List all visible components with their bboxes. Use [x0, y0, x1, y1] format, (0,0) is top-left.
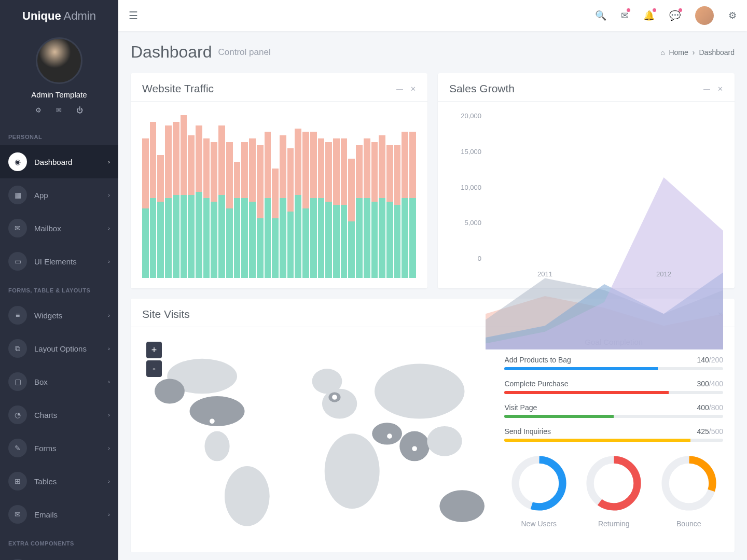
bar-column — [295, 112, 301, 278]
y-tick: 10,000 — [449, 184, 481, 191]
edit-icon: ✎ — [8, 439, 27, 457]
sidebar: Unique Admin Admin Template ⚙ ✉ ⏻ PERSON… — [0, 0, 118, 560]
svg-point-6 — [322, 389, 357, 419]
goal-value: 425/500 — [697, 427, 723, 436]
chevron-right-icon: › — [108, 379, 110, 385]
sidebar-item-layout-options[interactable]: ⧉Layout Options› — [0, 332, 118, 365]
sidebar-item-app[interactable]: ▦App› — [0, 178, 118, 212]
content: Website Traffic — ✕ Sales Growth — ✕ — [118, 73, 747, 552]
profile-name: Admin Template — [0, 90, 118, 99]
profile-icons: ⚙ ✉ ⏻ — [0, 106, 118, 114]
sales-growth-card: Sales Growth — ✕ 20,00015,00010,0005,000… — [438, 73, 735, 288]
power-icon[interactable]: ⏻ — [76, 106, 83, 114]
close-icon[interactable]: ✕ — [717, 85, 723, 93]
breadcrumb-current: Dashboard — [699, 48, 735, 57]
svg-point-16 — [386, 433, 393, 439]
sidebar-item-widgets[interactable]: ≡Widgets› — [0, 299, 118, 332]
svg-point-3 — [204, 431, 229, 461]
progress-bar — [504, 439, 723, 442]
sidebar-item-label: Dashboard — [34, 158, 72, 166]
progress-bar — [504, 367, 723, 370]
svg-point-13 — [439, 490, 485, 522]
x-tick: 2012 — [656, 270, 671, 278]
goal-label: Send Inquiries — [504, 427, 551, 436]
zoom-out-button[interactable]: - — [146, 360, 162, 377]
world-map[interactable]: + - — [142, 338, 492, 542]
donut: Returning — [579, 452, 648, 528]
sidebar-item-label: UI Elements — [34, 257, 77, 266]
sidebar-item-box[interactable]: ▢Box› — [0, 365, 118, 398]
square-icon: ▢ — [8, 372, 27, 391]
bar-column — [371, 112, 378, 278]
bar-column — [173, 112, 179, 278]
bar-column — [249, 112, 256, 278]
breadcrumb-home[interactable]: Home — [669, 48, 688, 57]
donut-label: New Users — [504, 520, 573, 528]
donut-label: Returning — [579, 520, 648, 528]
sidebar-item-label: Emails — [34, 510, 58, 519]
chevron-right-icon: › — [108, 478, 110, 484]
brand-light: Admin — [61, 9, 96, 22]
bar-column — [257, 112, 264, 278]
settings-icon[interactable]: ⚙ — [728, 10, 737, 21]
mail-icon[interactable]: ✉ — [56, 106, 62, 114]
bar-column — [287, 112, 294, 278]
page-header: Dashboard Control panel ⌂ Home › Dashboa… — [118, 31, 747, 73]
y-tick: 20,000 — [449, 112, 481, 120]
minimize-icon[interactable]: — — [703, 85, 710, 93]
topbar: ☰ 🔍 ✉ 🔔 💬 ⚙ — [118, 0, 747, 31]
y-tick: 5,000 — [449, 219, 481, 227]
card-title: Sales Growth — [449, 82, 515, 95]
avatar[interactable] — [36, 37, 82, 84]
brand[interactable]: Unique Admin — [0, 0, 118, 32]
goal-item: Complete Purchase300/400 — [504, 380, 723, 394]
breadcrumb: ⌂ Home › Dashboard — [660, 48, 735, 57]
bell-icon[interactable]: 🔔 — [643, 10, 655, 21]
area-chart: 20,00015,00010,0005,0000 20112012 — [449, 112, 723, 278]
minimize-icon[interactable]: — — [396, 85, 403, 93]
user-avatar[interactable] — [695, 6, 714, 25]
bar-column — [234, 112, 241, 278]
bar-column — [280, 112, 286, 278]
sidebar-item-mailbox[interactable]: ✉Mailbox› — [0, 212, 118, 245]
sidebar-item-ui-elements[interactable]: ▭UI Elements› — [0, 245, 118, 278]
sidebar-item-label: Charts — [34, 411, 57, 419]
hamburger-icon[interactable]: ☰ — [129, 9, 138, 22]
section-label: EXTRA COMPONENTS — [0, 531, 118, 552]
goal-item: Add Products to Bag140/200 — [504, 356, 723, 370]
bar-column — [302, 112, 309, 278]
sidebar-item-map[interactable]: ⬢Map› — [0, 552, 118, 560]
svg-point-9 — [372, 423, 402, 444]
goal-label: Visit Page — [504, 403, 537, 412]
progress-bar — [504, 391, 723, 394]
svg-point-10 — [375, 363, 464, 418]
y-tick: 15,000 — [449, 148, 481, 156]
search-icon[interactable]: 🔍 — [595, 10, 606, 21]
sidebar-item-dashboard[interactable]: ◉Dashboard› — [0, 145, 118, 178]
sidebar-item-charts[interactable]: ◔Charts› — [0, 398, 118, 431]
bar-column — [165, 112, 172, 278]
bar-column — [325, 112, 332, 278]
bar-column — [318, 112, 325, 278]
main: ☰ 🔍 ✉ 🔔 💬 ⚙ Dashboard Control panel ⌂ Ho… — [118, 0, 747, 560]
card-title: Website Traffic — [142, 82, 214, 95]
close-icon[interactable]: ✕ — [410, 85, 416, 93]
goal-item: Visit Page400/800 — [504, 403, 723, 418]
brand-bold: Unique — [22, 9, 61, 22]
bar-column — [265, 112, 271, 278]
svg-point-1 — [155, 379, 185, 403]
goal-item: Send Inquiries425/500 — [504, 427, 723, 442]
sidebar-item-emails[interactable]: ✉Emails› — [0, 498, 118, 531]
bars-icon: ≡ — [8, 306, 27, 325]
dashboard-icon: ◉ — [8, 152, 27, 171]
donut: New Users — [504, 452, 573, 528]
sidebar-item-tables[interactable]: ⊞Tables› — [0, 465, 118, 498]
bar-column — [196, 112, 202, 278]
chat-icon[interactable]: 💬 — [669, 10, 681, 21]
zoom-in-button[interactable]: + — [146, 342, 162, 358]
profile: Admin Template ⚙ ✉ ⏻ — [0, 32, 118, 124]
bar-column — [379, 112, 385, 278]
mail-icon[interactable]: ✉ — [621, 10, 629, 21]
gear-icon[interactable]: ⚙ — [35, 106, 42, 114]
sidebar-item-forms[interactable]: ✎Forms› — [0, 431, 118, 465]
